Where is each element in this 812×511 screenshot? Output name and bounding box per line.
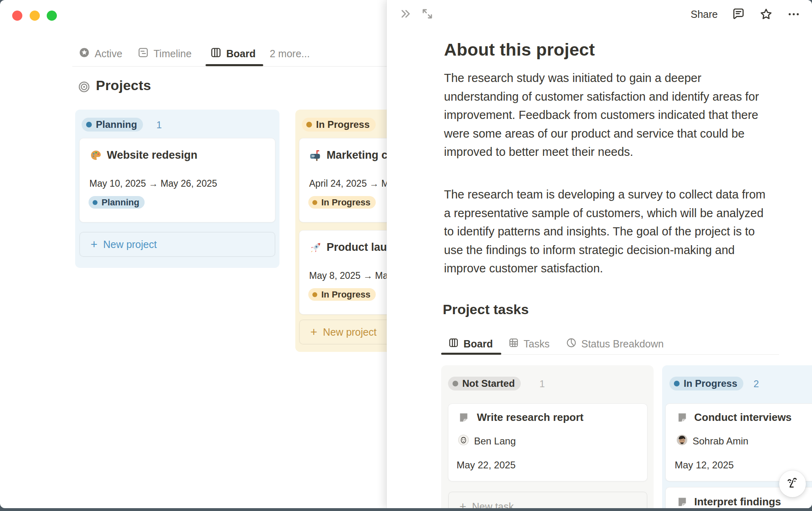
- status-dot: [312, 200, 317, 205]
- view-tab-label: Active: [95, 48, 122, 60]
- notion-ai-button[interactable]: [779, 470, 806, 497]
- column-status-pill[interactable]: Not Started: [448, 377, 521, 390]
- timeline-icon: [138, 47, 149, 60]
- task-title: Write research report: [477, 411, 584, 424]
- card-status-tag: In Progress: [308, 196, 376, 209]
- view-tab-timeline[interactable]: Timeline: [138, 45, 192, 63]
- card-status-tag: Planning: [89, 196, 145, 209]
- board-icon: [448, 338, 459, 350]
- project-card[interactable]: Website redesign May 10, 2025 → May 26, …: [79, 138, 275, 222]
- expand-diagonal-icon[interactable]: [421, 7, 434, 20]
- about-paragraph-1: The research study was initiated to gain…: [444, 69, 768, 162]
- status-dot: [86, 122, 92, 127]
- ai-face-icon: [784, 475, 801, 493]
- page-icon: [677, 412, 688, 425]
- view-tab-label: Timeline: [154, 48, 192, 60]
- column-status-pill[interactable]: Planning: [82, 118, 143, 132]
- table-icon: [509, 338, 519, 350]
- task-assignee: Sohrab Amin: [677, 435, 748, 448]
- favorite-star-icon[interactable]: [759, 7, 773, 21]
- task-date: May 22, 2025: [457, 459, 515, 471]
- column-status-pill[interactable]: In Progress: [669, 377, 743, 390]
- status-dot: [674, 381, 680, 386]
- tasks-tab-tasks[interactable]: Tasks: [509, 334, 550, 353]
- window-zoom-button[interactable]: [47, 11, 57, 21]
- new-project-button[interactable]: + New project: [79, 232, 275, 257]
- task-card[interactable]: Conduct interviews Sohrab Amin May 12, 2…: [665, 403, 812, 481]
- card-title: Website redesign: [107, 149, 197, 162]
- rocket-icon: [309, 241, 322, 256]
- notion-window: Active Timeline Board 2 more... Projects…: [0, 0, 812, 508]
- card-dates: May 8, 2025 → Ma: [309, 270, 388, 281]
- page-icon: [458, 412, 469, 425]
- plus-icon: +: [91, 239, 97, 250]
- column-status-pill[interactable]: In Progress: [302, 118, 376, 132]
- window-close-button[interactable]: [12, 11, 22, 21]
- more-options-icon[interactable]: [787, 7, 801, 21]
- new-task-button[interactable]: + New task: [448, 492, 647, 508]
- plus-icon: +: [310, 326, 317, 338]
- task-title: Interpret findings: [694, 496, 781, 508]
- board-column-planning: Planning 1 Website redesign May 10, 2025…: [75, 110, 279, 268]
- card-status-tag: In Progress: [308, 288, 376, 301]
- task-card[interactable]: Write research report Ben Lang May 22, 2…: [448, 403, 647, 481]
- task-title: Conduct interviews: [694, 411, 792, 424]
- pie-chart-icon: [566, 338, 576, 350]
- view-tab-board[interactable]: Board: [210, 45, 256, 63]
- project-tasks-heading: Project tasks: [443, 302, 529, 317]
- column-count: 1: [156, 119, 162, 131]
- status-dot: [306, 122, 312, 127]
- about-heading: About this project: [444, 40, 595, 60]
- palette-icon: [89, 149, 102, 164]
- view-tab-active[interactable]: Active: [79, 45, 122, 63]
- active-tab-underline: [206, 64, 263, 66]
- status-dot: [453, 381, 458, 386]
- tasks-tab-board[interactable]: Board: [448, 334, 493, 353]
- task-column-not-started: Not Started 1 Write research report Ben …: [441, 365, 654, 508]
- page-icon: [677, 496, 688, 508]
- status-dot: [93, 200, 97, 205]
- avatar: [458, 435, 469, 448]
- star-circle-icon: [79, 47, 90, 60]
- task-assignee: Ben Lang: [458, 435, 516, 448]
- view-tab-label: 2 more...: [270, 48, 310, 60]
- share-button[interactable]: Share: [691, 9, 718, 20]
- task-date: May 12, 2025: [675, 459, 734, 471]
- tabs-divider: [72, 66, 387, 67]
- target-icon: [78, 81, 90, 95]
- board-icon: [210, 47, 221, 60]
- card-dates: May 10, 2025 → May 26, 2025: [89, 178, 217, 189]
- tasks-tab-status-breakdown[interactable]: Status Breakdown: [566, 334, 664, 353]
- status-dot: [312, 292, 317, 297]
- card-title: Marketing c: [327, 149, 388, 162]
- page-title: Projects: [96, 78, 151, 93]
- mailbox-icon: [309, 149, 322, 164]
- view-tab-label: Board: [226, 48, 256, 60]
- about-paragraph-2: The research team is developing a survey…: [444, 185, 768, 278]
- window-minimize-button[interactable]: [30, 11, 40, 21]
- side-peek-panel: Share About this project The research st…: [387, 0, 812, 508]
- comments-icon[interactable]: [732, 7, 745, 21]
- plus-icon: +: [459, 501, 466, 509]
- tasks-active-tab-underline: [441, 353, 501, 355]
- column-count: 2: [754, 378, 759, 390]
- avatar: [677, 435, 687, 448]
- card-title: Product lau: [327, 241, 387, 254]
- view-tab-more[interactable]: 2 more...: [270, 45, 310, 63]
- collapse-panel-icon[interactable]: [399, 7, 412, 20]
- column-count: 1: [539, 378, 545, 390]
- card-dates: April 24, 2025 → M: [309, 178, 389, 189]
